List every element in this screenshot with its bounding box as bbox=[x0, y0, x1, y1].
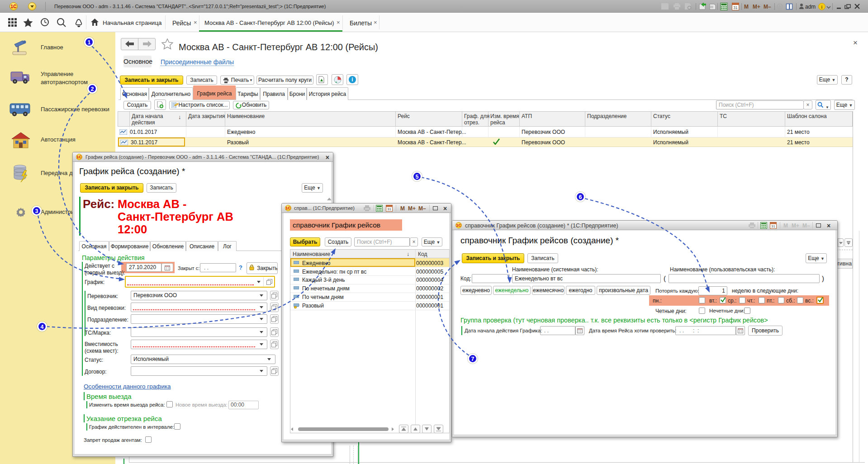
svg-text:31: 31 bbox=[771, 224, 775, 228]
svg-text:adm: adm bbox=[805, 4, 816, 10]
svg-text:M+: M+ bbox=[753, 4, 760, 10]
svg-text:M–: M– bbox=[764, 4, 771, 10]
svg-text:i: i bbox=[821, 5, 823, 9]
svg-text:M: M bbox=[744, 4, 749, 10]
svg-text:31: 31 bbox=[733, 5, 738, 10]
svg-text:31: 31 bbox=[387, 207, 391, 211]
